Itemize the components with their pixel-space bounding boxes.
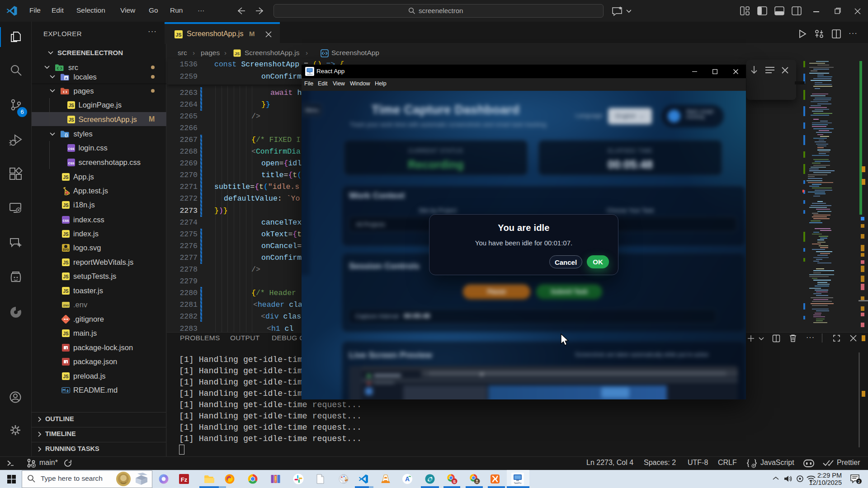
svg-text:S: S bbox=[453, 479, 456, 484]
svg-text:2: 2 bbox=[858, 479, 860, 484]
svg-text:TaskPro: TaskPro bbox=[514, 482, 522, 484]
svg-text:Fz: Fz bbox=[181, 476, 188, 483]
svg-text:TaskPro: TaskPro bbox=[307, 74, 312, 75]
